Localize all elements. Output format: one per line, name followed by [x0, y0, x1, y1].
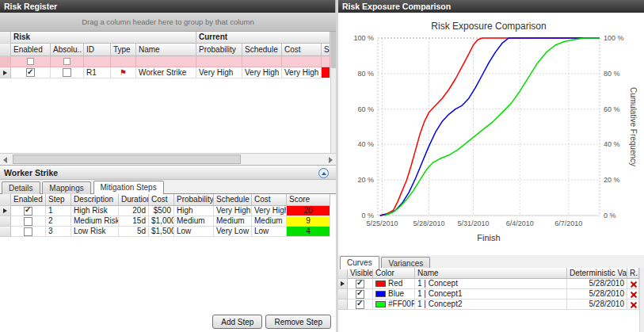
col-header-visible[interactable]: Visible: [348, 268, 373, 279]
cell-remove[interactable]: [627, 289, 639, 300]
delete-icon[interactable]: [630, 301, 637, 308]
band-risk[interactable]: Risk: [11, 32, 196, 44]
col-header-deterministic-value[interactable]: Deterministic Value: [567, 268, 627, 279]
cell-schedule[interactable]: Very Low: [214, 227, 252, 237]
add-step-button[interactable]: Add Step: [212, 315, 262, 329]
enabled-checkbox[interactable]: [24, 217, 32, 226]
cell-remove[interactable]: [627, 300, 639, 310]
col-header-enabled[interactable]: Enabled: [11, 44, 51, 56]
remove-step-button[interactable]: Remove Step: [265, 315, 331, 329]
scrollbar-thumb[interactable]: [331, 32, 336, 68]
cell-enabled[interactable]: [11, 216, 46, 227]
col-header-enabled[interactable]: Enabled: [11, 194, 46, 206]
cell-step[interactable]: 2: [46, 216, 71, 227]
cell-absolute[interactable]: [51, 67, 84, 78]
cell-name[interactable]: 1 | Concept1: [415, 289, 567, 300]
cell-probability[interactable]: High: [174, 206, 214, 216]
curves-vertical-scrollbar[interactable]: [639, 268, 644, 332]
scroll-left-icon[interactable]: [3, 157, 7, 163]
cell-duration[interactable]: 15d: [119, 216, 149, 227]
cell-duration[interactable]: 5d: [119, 227, 149, 237]
cell-description[interactable]: High Risk: [71, 206, 119, 216]
filter-score-cell[interactable]: [322, 56, 330, 67]
absolute-checkbox[interactable]: [63, 68, 71, 77]
collapse-panel-button[interactable]: [318, 168, 329, 178]
curve-row-blue[interactable]: Blue 1 | Concept1 5/28/2010: [338, 289, 639, 300]
col-header-schedule[interactable]: Schedule: [214, 194, 252, 206]
col-header-description[interactable]: Description: [71, 194, 119, 206]
col-header-remove[interactable]: R...: [627, 268, 639, 279]
mitigation-row-1[interactable]: 1 High Risk 20d $500 High Very High Very…: [0, 206, 330, 216]
band-current[interactable]: Current: [196, 32, 330, 44]
mitigation-row-2[interactable]: 2 Medium Risk 15d $1,000 Medium Medium M…: [0, 216, 330, 227]
cell-deterministic-value[interactable]: 5/28/2010: [567, 279, 627, 289]
enabled-checkbox[interactable]: [26, 68, 35, 77]
cell-type[interactable]: ⚑: [111, 67, 136, 78]
cell-score[interactable]: [322, 67, 330, 78]
cell-duration[interactable]: 20d: [119, 206, 149, 216]
cell-remove[interactable]: [627, 279, 639, 289]
visible-checkbox[interactable]: [356, 290, 364, 299]
col-header-name[interactable]: Name: [415, 268, 567, 279]
filter-id-cell[interactable]: [84, 56, 111, 67]
cell-name[interactable]: 1 | Concept: [415, 279, 567, 289]
cell-deterministic-value[interactable]: 5/28/2010: [567, 289, 627, 300]
col-header-type[interactable]: Type: [111, 44, 136, 56]
enabled-checkbox[interactable]: [24, 207, 32, 216]
col-header-score[interactable]: Score: [287, 194, 330, 206]
cell-score[interactable]: 20: [287, 206, 330, 216]
enabled-checkbox[interactable]: [24, 227, 32, 236]
filter-row[interactable]: [0, 56, 330, 67]
col-header-schedule[interactable]: Schedule: [242, 44, 282, 56]
cell-visible[interactable]: [348, 279, 373, 289]
col-header-probability[interactable]: Probability: [174, 194, 214, 206]
tab-details[interactable]: Details: [2, 181, 40, 194]
col-header-cost[interactable]: Cost: [282, 44, 322, 56]
cell-visible[interactable]: [348, 289, 373, 300]
cell-impact-cost[interactable]: Very High: [252, 206, 287, 216]
tab-curves[interactable]: Curves: [340, 256, 379, 269]
cell-description[interactable]: Low Risk: [71, 227, 119, 237]
filter-schedule-cell[interactable]: [242, 56, 282, 67]
filter-probability-cell[interactable]: [196, 56, 242, 67]
curve-row-red[interactable]: Red 1 | Concept 5/28/2010: [338, 279, 639, 289]
cell-name[interactable]: Worker Strike: [136, 67, 196, 78]
delete-icon[interactable]: [630, 291, 637, 298]
cell-enabled[interactable]: [11, 67, 51, 78]
col-header-score[interactable]: Sc: [322, 44, 330, 56]
cell-color[interactable]: Red: [373, 279, 415, 289]
cell-enabled[interactable]: [11, 206, 46, 216]
cell-enabled[interactable]: [11, 227, 46, 237]
cell-step[interactable]: 3: [46, 227, 71, 237]
cell-cost[interactable]: $1,500: [149, 227, 174, 237]
cell-probability[interactable]: Low: [174, 227, 214, 237]
col-header-duration[interactable]: Duration: [119, 194, 149, 206]
tab-mitigation-steps[interactable]: Mitigation Steps: [93, 181, 164, 194]
register-horizontal-scrollbar[interactable]: [0, 153, 336, 165]
mitigation-row-3[interactable]: 3 Low Risk 5d $1,500 Low Very Low Low 4: [0, 227, 330, 237]
col-header-id[interactable]: ID: [84, 44, 111, 56]
col-header-step[interactable]: Step: [46, 194, 71, 206]
cell-cost[interactable]: Very High: [282, 67, 322, 78]
cell-name[interactable]: 1 | Concept2: [415, 300, 567, 310]
cell-deterministic-value[interactable]: 5/28/2010: [567, 300, 627, 310]
filter-enabled-cell[interactable]: [11, 56, 51, 67]
col-header-probability[interactable]: Probability: [196, 44, 242, 56]
tab-mappings[interactable]: Mappings: [42, 181, 90, 194]
cell-schedule[interactable]: Very High: [214, 206, 252, 216]
cell-visible[interactable]: [348, 300, 373, 310]
group-by-drop-area[interactable]: Drag a column header here to group by th…: [0, 13, 336, 32]
cell-probability[interactable]: Very High: [196, 67, 242, 78]
register-vertical-scrollbar[interactable]: [330, 32, 336, 153]
scrollbar-thumb[interactable]: [13, 155, 241, 164]
cell-id[interactable]: R1: [84, 67, 111, 78]
col-header-impact-cost[interactable]: Cost: [252, 194, 287, 206]
cell-description[interactable]: Medium Risk: [71, 216, 119, 227]
delete-icon[interactable]: [630, 280, 637, 288]
col-header-cost[interactable]: Cost: [149, 194, 174, 206]
filter-checkbox[interactable]: [63, 58, 70, 65]
cell-score[interactable]: 4: [287, 227, 330, 237]
scroll-right-icon[interactable]: [329, 157, 333, 163]
filter-checkbox[interactable]: [27, 58, 34, 65]
cell-score[interactable]: 9: [287, 216, 330, 227]
